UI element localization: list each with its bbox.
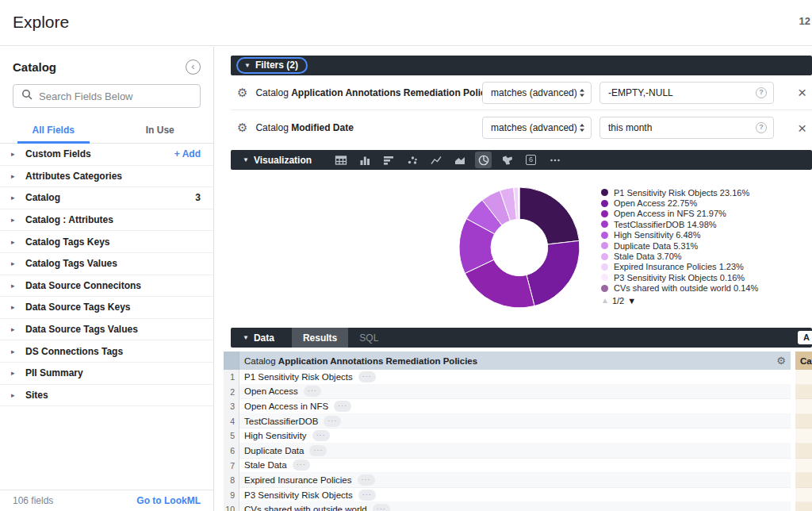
legend-item[interactable]: Duplicate Data 5.31% <box>601 240 758 251</box>
cell-menu-icon[interactable]: ··· <box>334 401 351 412</box>
cell-menu-icon[interactable]: ··· <box>358 474 375 486</box>
dimension-cell[interactable]: TestClassifierDOB··· <box>239 414 791 429</box>
measure-cell[interactable] <box>795 473 812 488</box>
legend-page-down-icon[interactable]: ▼ <box>627 296 636 305</box>
row-number: 9 <box>224 488 239 503</box>
donut-segment[interactable] <box>519 187 519 219</box>
dimension-cell[interactable]: Open Access··· <box>239 385 791 400</box>
filter-gear-icon[interactable]: ⚙ <box>237 121 247 135</box>
legend-item[interactable]: High Sensitivity 6.48% <box>601 230 758 240</box>
sidebar-item-attributes-categories[interactable]: ▸Attributes Categories <box>0 166 213 188</box>
filter-value-input[interactable] <box>608 87 756 98</box>
cell-menu-icon[interactable]: ··· <box>324 416 341 427</box>
sidebar-item-data-source-connecitons[interactable]: ▸Data Source Connecitons <box>0 275 213 298</box>
measure-cell[interactable] <box>795 414 812 429</box>
remove-filter-icon[interactable]: × <box>798 121 806 136</box>
single-value-icon[interactable]: 6 <box>523 152 539 168</box>
measure-cell[interactable] <box>795 444 812 459</box>
sidebar-item-custom-fields[interactable]: ▸Custom Fields+ Add <box>0 144 213 166</box>
column-chart-icon[interactable] <box>356 152 373 168</box>
tab-sql[interactable]: SQL <box>348 328 389 348</box>
dimension-cell[interactable]: P3 Sensitivity Risk Objects··· <box>239 488 791 503</box>
column-gear-icon[interactable]: ⚙ <box>776 355 786 367</box>
data-toggle[interactable]: ▼ Data <box>231 332 274 344</box>
donut-segment[interactable] <box>527 240 580 305</box>
go-to-lookml-link[interactable]: Go to LookML <box>136 495 201 506</box>
legend-swatch <box>601 253 608 260</box>
legend-item[interactable]: Open Access 22.75% <box>601 198 758 208</box>
filter-value-input[interactable] <box>608 122 756 133</box>
collapse-panel-button[interactable]: ‹ <box>186 60 201 75</box>
partial-edge-button[interactable]: A <box>798 331 812 344</box>
pie-chart-icon[interactable] <box>475 152 492 168</box>
cell-menu-icon[interactable]: ··· <box>358 371 376 382</box>
measure-cell[interactable] <box>795 370 812 385</box>
sidebar-item-data-source-tags-keys[interactable]: ▸Data Source Tags Keys <box>0 297 213 319</box>
sidebar-item-ds-connections-tags[interactable]: ▸DS Connections Tags <box>0 340 213 363</box>
measure-cell[interactable] <box>795 399 812 414</box>
legend-page-up-icon[interactable]: ▲ <box>601 296 609 305</box>
cell-menu-icon[interactable]: ··· <box>304 386 321 397</box>
cell-menu-icon[interactable]: ··· <box>293 459 310 471</box>
legend-item[interactable]: CVs shared with outside world 0.14% <box>601 283 758 294</box>
remove-filter-icon[interactable]: × <box>798 85 806 100</box>
row-number-header <box>224 352 239 370</box>
cell-menu-icon[interactable]: ··· <box>309 445 327 456</box>
field-category-list: ▸Custom Fields+ Add▸Attributes Categorie… <box>0 144 213 490</box>
measure-cell[interactable] <box>795 502 812 511</box>
legend-item[interactable]: P3 Sensitivity Risk Objects 0.16% <box>601 272 758 282</box>
measure-column-header[interactable]: Catalog <box>795 352 812 370</box>
legend-item[interactable]: P1 Sensitivity Risk Objects 23.16% <box>601 187 758 198</box>
bar-chart-icon[interactable] <box>380 152 396 168</box>
table-row: 4TestClassifierDOB··· <box>224 414 812 429</box>
more-charts-icon[interactable] <box>546 152 563 168</box>
visualization-toggle[interactable]: ▼ Visualization <box>231 155 332 166</box>
tab-in-use[interactable]: In Use <box>107 118 214 143</box>
dimension-cell[interactable]: Open Access in NFS··· <box>239 399 791 414</box>
dimension-cell[interactable]: CVs shared with outside world··· <box>239 502 791 511</box>
legend-item[interactable]: Stale Data 3.70% <box>601 251 758 261</box>
measure-cell[interactable] <box>795 488 812 503</box>
help-icon[interactable]: ? <box>756 122 767 133</box>
measure-cell[interactable] <box>795 385 812 400</box>
measure-cell[interactable] <box>795 428 812 444</box>
tab-all-fields[interactable]: All Fields <box>0 118 107 143</box>
field-search[interactable] <box>13 84 201 108</box>
legend-item[interactable]: Open Access in NFS 21.97% <box>601 209 758 219</box>
scatterplot-icon[interactable] <box>404 152 420 168</box>
cell-menu-icon[interactable]: ··· <box>358 490 376 501</box>
dimension-cell[interactable]: Expired Insurance Policies··· <box>239 473 791 488</box>
donut-chart[interactable] <box>452 180 587 315</box>
legend-pagination: ▲1/2▼ <box>601 296 758 305</box>
cell-menu-icon[interactable]: ··· <box>312 430 330 441</box>
search-input[interactable] <box>39 90 192 102</box>
filter-operator-select[interactable]: matches (advanced) <box>482 82 592 104</box>
dimension-cell[interactable]: P1 Sensitivity Risk Objects··· <box>239 370 791 385</box>
map-chart-icon[interactable] <box>499 152 515 168</box>
area-chart-icon[interactable] <box>451 152 468 168</box>
help-icon[interactable]: ? <box>756 87 767 98</box>
sidebar-item-sites[interactable]: ▸Sites <box>0 385 213 407</box>
cell-menu-icon[interactable]: ··· <box>373 504 390 511</box>
legend-item[interactable]: Expired Insurance Policies 1.23% <box>601 262 758 272</box>
dimension-cell[interactable]: Stale Data··· <box>239 459 791 474</box>
sidebar-item-data-source-tags-values[interactable]: ▸Data Source Tags Values <box>0 319 213 341</box>
filter-operator-select[interactable]: matches (advanced) <box>482 117 592 139</box>
tab-results[interactable]: Results <box>292 328 348 348</box>
filters-toggle[interactable]: ▼ Filters (2) <box>236 57 308 74</box>
dimension-cell[interactable]: High Sensitivity··· <box>239 428 791 444</box>
sidebar-item-catalog[interactable]: ▸Catalog3 <box>0 187 213 209</box>
dimension-column-header[interactable]: Catalog Application Annotations Remediat… <box>239 352 791 370</box>
measure-cell[interactable] <box>795 459 812 474</box>
sidebar-item-catalog-tags-values[interactable]: ▸Catalog Tags Values <box>0 253 213 275</box>
sidebar-item-catalog-attributes[interactable]: ▸Catalog : Attributes <box>0 209 213 232</box>
legend-item[interactable]: TestClassifierDOB 14.98% <box>601 219 758 229</box>
filter-gear-icon[interactable]: ⚙ <box>237 86 247 100</box>
donut-segment[interactable] <box>519 187 580 244</box>
sidebar-item-catalog-tags-keys[interactable]: ▸Catalog Tags Keys <box>0 231 213 253</box>
add-custom-field-link[interactable]: + Add <box>174 148 201 159</box>
table-chart-icon[interactable] <box>332 152 349 168</box>
line-chart-icon[interactable] <box>427 152 444 168</box>
sidebar-item-pii-summary[interactable]: ▸PII Summary <box>0 363 213 385</box>
dimension-cell[interactable]: Duplicate Data··· <box>239 444 791 459</box>
